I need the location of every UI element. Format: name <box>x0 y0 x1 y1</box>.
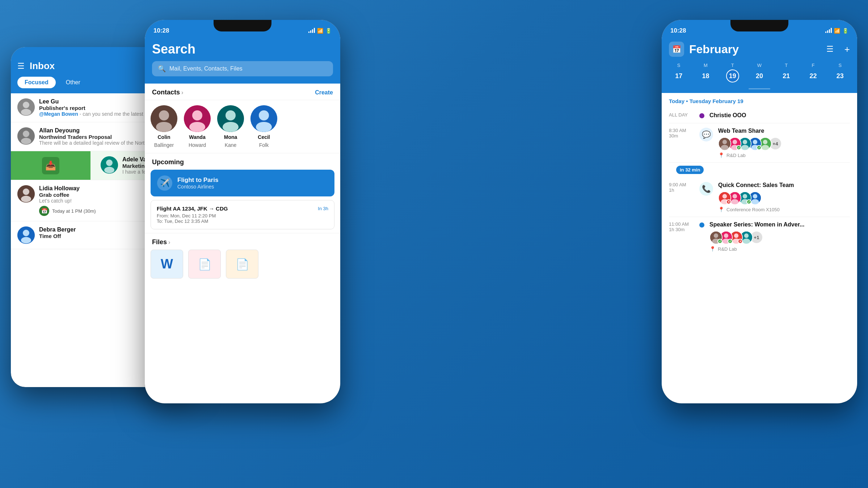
word-file[interactable]: W <box>151 250 183 279</box>
flight-route-row: Flight AA 1234, JFK → CDG In 3h <box>157 205 328 212</box>
event-info: Christie OOO <box>709 112 850 119</box>
svg-point-64 <box>744 233 749 238</box>
flight-detail[interactable]: Flight AA 1234, JFK → CDG In 3h From: Mo… <box>151 200 334 229</box>
attendee-avatar <box>718 137 731 150</box>
svg-point-49 <box>743 194 747 198</box>
avatar-mona <box>217 105 244 132</box>
decline-badge: ✕ <box>738 239 743 244</box>
svg-point-40 <box>763 140 767 144</box>
phone-icon: 📞 <box>702 184 711 193</box>
svg-point-53 <box>751 199 759 204</box>
pdf-file-2[interactable]: 📄 <box>226 250 258 279</box>
wifi-icon: 📶 <box>317 28 323 34</box>
svg-point-7 <box>106 160 113 166</box>
day-sun: S 17 <box>672 63 685 82</box>
attendee-avatar: ✓ <box>709 231 722 244</box>
svg-point-14 <box>21 237 31 243</box>
location-text: R&D Lab <box>726 153 746 158</box>
avatar-lidia <box>17 185 35 203</box>
word-icon: W <box>161 256 173 272</box>
attendee-avatar: ✕ <box>718 191 731 204</box>
status-icons: 📶 🔋 <box>825 28 848 34</box>
contact-last: Folk <box>259 142 269 148</box>
svg-point-8 <box>104 167 114 173</box>
contact-wanda[interactable]: Wanda Howard <box>184 105 211 148</box>
create-label[interactable]: Create <box>315 89 333 96</box>
menu-icon[interactable]: ☰ <box>17 61 25 71</box>
calendar-icon: 📅 <box>39 206 49 216</box>
contact-first: Colin <box>158 134 170 140</box>
avatar-debra <box>17 226 35 244</box>
files-header: Files › <box>145 233 340 250</box>
flight-to: To: Tue, Dec 12 3:35 AM <box>157 218 328 224</box>
status-time: 10:28 <box>153 27 169 34</box>
calendar-phone: 10:28 📶 🔋 📅 February ☰ + <box>662 20 857 403</box>
files-section: Files › W 📄 📄 <box>145 233 340 284</box>
contact-mona[interactable]: Mona Kane <box>217 105 244 148</box>
flight-icon: ✈️ <box>157 175 172 191</box>
contact-first: Wanda <box>189 134 205 140</box>
svg-point-11 <box>21 196 31 202</box>
status-time: 10:28 <box>670 27 686 34</box>
list-view-icon[interactable]: ☰ <box>826 44 834 54</box>
event-christie-ooo[interactable]: ALL DAY Christie OOO <box>662 108 857 123</box>
decline-badge: ✕ <box>726 199 731 204</box>
location-text: R&D Lab <box>718 246 737 252</box>
calendar-app-icon: 📅 <box>669 42 684 57</box>
signal-icon <box>825 28 832 34</box>
meeting-time: Today at 1 PM (30m) <box>52 208 96 214</box>
check-badge: ✓ <box>757 145 762 150</box>
event-info: Web Team Share ✓ <box>718 128 850 158</box>
contacts-section-header: Contacts › Create <box>145 84 340 100</box>
event-duration: 30m <box>669 133 678 139</box>
day-wed: W 20 <box>753 63 766 82</box>
files-row: W 📄 📄 <box>145 250 340 284</box>
event-dot <box>699 222 704 228</box>
day-sat: S 23 <box>834 63 847 82</box>
swipe-action: 📥 <box>11 151 90 180</box>
search-header: Search 🔍 Mail, Events, Contacts, Files <box>145 37 340 84</box>
scroll-indicator <box>662 86 857 93</box>
contact-colin[interactable]: Colin Ballinger <box>151 105 177 148</box>
event-web-team[interactable]: 8:30 AM30m 💬 Web Team Share ✓ <box>662 123 857 162</box>
contact-last: Howard <box>189 142 206 148</box>
event-title: Christie OOO <box>709 112 850 119</box>
day-mon: M 18 <box>699 63 712 82</box>
upcoming-section: Upcoming ✈️ Flight to Paris Contoso Airl… <box>145 153 340 229</box>
svg-point-35 <box>741 145 749 150</box>
other-tab[interactable]: Other <box>60 77 86 88</box>
svg-point-13 <box>23 230 29 236</box>
location-icon: 📍 <box>709 246 716 252</box>
flight-from: From: Mon, Dec 11 2:20 PM <box>157 213 328 218</box>
svg-point-58 <box>724 233 728 238</box>
flight-time: In 3h <box>318 206 328 211</box>
calendar-screen: 10:28 📶 🔋 📅 February ☰ + <box>662 20 857 403</box>
check-badge: ✓ <box>717 239 722 244</box>
event-time: 8:30 AM30m <box>669 128 694 158</box>
location-row: 📍 R&D Lab <box>718 152 850 158</box>
contact-first: Mona <box>224 134 237 140</box>
location-row: 📍 R&D Lab <box>709 246 850 252</box>
in-time-container: in 32 min <box>662 163 857 178</box>
focused-tab[interactable]: Focused <box>17 77 56 88</box>
add-event-icon[interactable]: + <box>844 44 850 55</box>
flight-card[interactable]: ✈️ Flight to Paris Contoso Airlines <box>151 170 334 196</box>
contacts-row: Colin Ballinger Wanda Howard Mona Kane <box>145 100 340 153</box>
avatar-lee-gu <box>17 98 35 116</box>
svg-point-23 <box>223 122 239 132</box>
event-speaker-series[interactable]: 11:00 AM1h 30m Speaker Series: Women in … <box>662 217 857 256</box>
day-tue[interactable]: T 19 <box>726 63 739 82</box>
contact-cecil[interactable]: Cecil Folk <box>250 105 277 148</box>
search-bar[interactable]: 🔍 Mail, Events, Contacts, Files <box>152 61 333 76</box>
avatar-adele <box>101 156 118 174</box>
check-badge: ✓ <box>728 239 733 244</box>
svg-point-25 <box>259 110 269 120</box>
files-chevron: › <box>168 239 170 246</box>
svg-point-4 <box>23 131 29 137</box>
pdf-file-1[interactable]: 📄 <box>188 250 221 279</box>
contacts-label: Contacts <box>152 89 180 96</box>
event-quick-connect[interactable]: 9:00 AM1h 📞 Quick Connect: Sales Team ✕ <box>662 178 857 217</box>
location-icon: 📍 <box>718 152 724 158</box>
svg-point-28 <box>722 140 727 144</box>
share-icon: 💬 <box>702 130 711 139</box>
